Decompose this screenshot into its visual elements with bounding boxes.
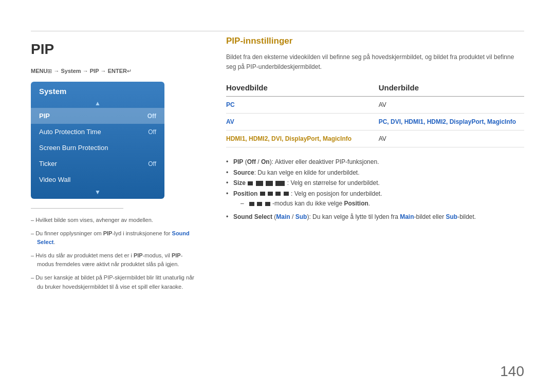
main-label-2: Main: [400, 213, 414, 220]
notes-section: – Hvilket bilde som vises, avhenger av m…: [31, 216, 195, 291]
table-cell-sub-2: PC, DVI, HDMI1, HDMI2, DisplayPort, Magi…: [358, 114, 524, 130]
table-cell-sub-1: AV: [358, 97, 524, 114]
page-number: 140: [500, 363, 524, 380]
menu-item-auto-protection[interactable]: Auto Protection Time Off: [31, 124, 164, 140]
pip-off: Off: [247, 158, 256, 165]
position-bold: Position: [344, 200, 368, 207]
size-icon-small: [248, 181, 253, 185]
size-icons: [247, 179, 287, 186]
bullet-size: Size : Velg en størrelse for underbildet…: [226, 178, 524, 188]
sub-label: Sub: [295, 213, 307, 220]
right-column: PIP-innstillinger Bildet fra den ekstern…: [216, 36, 524, 377]
pos-icon-3: [275, 192, 281, 196]
top-border: [31, 31, 524, 31]
bullet-list-sound: Sound Select (Main / Sub): Du kan velge …: [226, 212, 524, 222]
left-column: PIP MENU⊞ → System → PIP → ENTER↵ System…: [31, 36, 195, 377]
menu-path: MENU⊞ → System → PIP → ENTER↵: [31, 68, 195, 74]
table-cell-main-2: AV: [226, 114, 358, 130]
size-icon-medium2: [266, 181, 273, 186]
table-header-sub: Underbilde: [358, 83, 524, 97]
note-3: – Hvis du slår av produktet mens det er …: [31, 251, 195, 269]
page-title: PIP: [31, 41, 195, 58]
bullet-pip: PIP (Off / On): Aktiver eller deaktiver …: [226, 157, 524, 167]
main-label: Main: [276, 213, 290, 220]
note-4: – Du ser kanskje at bildet på PIP-skjerm…: [31, 273, 195, 291]
sub-note: – -modus kan du ikke velge Position.: [226, 199, 524, 209]
menu-arrow-up: ▲: [31, 99, 164, 108]
sub-note-icons: [249, 200, 272, 207]
sub-icon-1: [249, 202, 254, 206]
menu-item-ticker[interactable]: Ticker Off: [31, 156, 164, 172]
menu-label: MENU: [31, 68, 47, 74]
menu-item-screen-burn[interactable]: Screen Burn Protection: [31, 140, 164, 156]
menu-symbol: ⊞: [47, 68, 52, 74]
bullet-source: Source: Du kan velge en kilde for underb…: [226, 167, 524, 178]
section-title: PIP-innstillinger: [226, 36, 524, 46]
enter-symbol: ↵: [127, 68, 132, 74]
note-1: – Hvilket bilde som vises, avhenger av m…: [31, 216, 195, 225]
pos-icon-1: [260, 192, 265, 196]
enter-label: ENTER: [108, 68, 127, 74]
pip-table: Hovedbilde Underbilde PC AV AV PC, DVI, …: [226, 83, 524, 147]
table-header-main: Hovedbilde: [226, 83, 358, 97]
size-label: Size: [233, 179, 246, 186]
sub-icon-3: [265, 202, 270, 206]
bullet-list: PIP (Off / On): Aktiver eller deaktiver …: [226, 157, 524, 199]
table-cell-main-1: PC: [226, 97, 358, 114]
table-row: AV PC, DVI, HDMI1, HDMI2, DisplayPort, M…: [226, 114, 524, 130]
menu-item-pip[interactable]: PIP Off: [31, 108, 164, 124]
page-container: PIP MENU⊞ → System → PIP → ENTER↵ System…: [0, 0, 555, 392]
position-icons: [260, 190, 291, 197]
system-label: System: [61, 68, 81, 74]
position-label: Position: [233, 190, 257, 197]
system-menu: System ▲ PIP Off Auto Protection Time Of…: [31, 82, 164, 199]
left-divider: [31, 208, 123, 209]
source-label: Source: [233, 169, 254, 176]
menu-arrow-down: ▼: [31, 188, 164, 199]
bullet-sound-select: Sound Select (Main / Sub): Du kan velge …: [226, 212, 524, 222]
menu-item-auto-value: Off: [148, 128, 156, 136]
system-menu-title: System: [31, 82, 164, 99]
menu-item-video-wall[interactable]: Video Wall: [31, 172, 164, 188]
menu-item-screen-label: Screen Burn Protection: [39, 144, 108, 152]
menu-item-ticker-value: Off: [148, 160, 156, 167]
menu-item-pip-value: Off: [147, 113, 156, 120]
pos-icon-4: [284, 192, 289, 196]
menu-item-pip-label: PIP: [39, 112, 50, 120]
sound-select-label: Sound Select: [233, 213, 272, 220]
content-area: PIP MENU⊞ → System → PIP → ENTER↵ System…: [31, 36, 524, 377]
note-2: – Du finner opplysninger om PIP-lyd i in…: [31, 229, 195, 247]
pip-on: On: [261, 158, 270, 165]
table-cell-main-3: HDMI1, HDMI2, DVI, DisplayPort, MagicInf…: [226, 130, 358, 147]
menu-item-ticker-label: Ticker: [39, 160, 57, 167]
table-cell-sub-3: AV: [358, 130, 524, 147]
size-icon-large: [275, 181, 285, 186]
table-row: HDMI1, HDMI2, DVI, DisplayPort, MagicInf…: [226, 130, 524, 147]
menu-item-auto-label: Auto Protection Time: [39, 128, 101, 136]
menu-item-video-label: Video Wall: [39, 176, 70, 183]
table-row: PC AV: [226, 97, 524, 114]
sub-icon-2: [257, 202, 262, 206]
bullet-pip-label: PIP: [233, 158, 243, 165]
sub-label-2: Sub: [446, 213, 458, 220]
pip-label: PIP: [90, 68, 99, 74]
section-description: Bildet fra den eksterne videokilden vil …: [226, 52, 524, 72]
pos-icon-2: [268, 192, 273, 196]
size-icon-medium: [256, 181, 263, 186]
sub-note-dash: –: [240, 200, 244, 207]
bullet-position: Position : Velg en posisjon for underbil…: [226, 189, 524, 199]
